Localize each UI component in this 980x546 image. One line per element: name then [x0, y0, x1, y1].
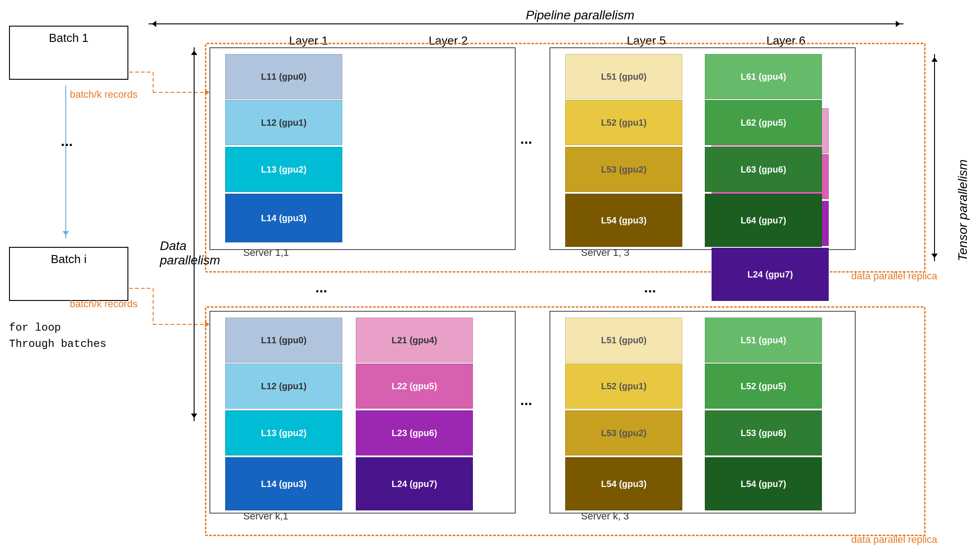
batch1-label: Batch 1 — [49, 31, 88, 45]
l64-gpu7: L64 (gpu7) — [705, 194, 822, 247]
l13-gpu2: L13 (gpu2) — [225, 147, 342, 192]
server-top-left-label: Server 1,1 — [243, 247, 289, 259]
batch1-box: Batch 1 — [9, 26, 128, 80]
dots-mid-left: ... — [315, 279, 327, 296]
l52-gpu5-bot: L52 (gpu5) — [705, 364, 822, 409]
l23-gpu6-bot: L23 (gpu6) — [356, 410, 473, 455]
l52-gpu1-bot: L52 (gpu1) — [565, 364, 682, 409]
l51-gpu4-bot: L51 (gpu4) — [705, 318, 822, 363]
batchi-box: Batch i — [9, 247, 128, 301]
l53-gpu2-bot: L53 (gpu2) — [565, 410, 682, 455]
l12-gpu1: L12 (gpu1) — [225, 100, 342, 145]
data-parallel-label: Data parallelism — [160, 239, 220, 268]
batchi-label: Batch i — [51, 252, 87, 266]
l61-gpu4: L61 (gpu4) — [705, 54, 822, 99]
l14-gpu3: L14 (gpu3) — [225, 194, 342, 242]
layer1-gpu-stack-top: L11 (gpu0) L12 (gpu1) L13 (gpu2) L14 (gp… — [225, 54, 342, 243]
l11-gpu0-bot: L11 (gpu0) — [225, 318, 342, 363]
layer2-gpu-stack-top: L21 (gpu4) L22 (gpu5) L23 (gpu6) L24 (gp… — [356, 54, 473, 243]
l24-gpu7: L24 (gpu7) — [712, 248, 829, 301]
for-loop-line2: Through batches — [9, 336, 106, 352]
l12-gpu1-bot: L12 (gpu1) — [225, 364, 342, 409]
server-top-right-label: Server 1, 3 — [581, 247, 630, 259]
l14-gpu3-bot: L14 (gpu3) — [225, 457, 342, 510]
pipeline-label: Pipeline parallelism — [270, 8, 890, 23]
top-data-parallel-replica: data parallel replica — [851, 270, 937, 282]
tensor-arrow — [934, 54, 935, 261]
dots-mid-right: ... — [644, 279, 656, 296]
batch-k-records-top: batch/k records — [70, 88, 137, 102]
tensor-label: Tensor parallelism — [956, 54, 970, 261]
l54-gpu7-bot: L54 (gpu7) — [705, 457, 822, 510]
server-bot-right-label: Server k, 3 — [581, 510, 629, 522]
l21-gpu4-bot: L21 (gpu4) — [356, 318, 473, 363]
l63-gpu6: L63 (gpu6) — [705, 147, 822, 192]
pipeline-arrow — [149, 23, 903, 24]
batch-k-records-bottom: batch/k records — [70, 297, 137, 311]
for-loop-line1: for loop — [9, 320, 106, 336]
l53-gpu6-bot: L53 (gpu6) — [705, 410, 822, 455]
data-parallel-arrow — [194, 47, 195, 421]
l54-gpu3-top: L54 (gpu3) — [565, 194, 682, 247]
l51-gpu0-top: L51 (gpu0) — [565, 54, 682, 99]
l54-gpu3-bot: L54 (gpu3) — [565, 457, 682, 510]
batch-arrow — [65, 86, 66, 239]
diagram: Pipeline parallelism Batch 1 ... Batch i… — [0, 0, 980, 546]
l51-gpu0-bot: L51 (gpu0) — [565, 318, 682, 363]
l13-gpu2-bot: L13 (gpu2) — [225, 410, 342, 455]
l24-gpu7-bot: L24 (gpu7) — [356, 457, 473, 510]
dots-between-batches: ... — [61, 133, 73, 150]
l62-gpu5: L62 (gpu5) — [705, 100, 822, 145]
dots-top-middle: ... — [520, 131, 532, 147]
for-loop-text: for loop Through batches — [9, 320, 106, 352]
l11-gpu0: L11 (gpu0) — [225, 54, 342, 99]
bottom-data-parallel-replica: data parallel replica — [851, 534, 937, 546]
dots-bottom-middle: ... — [520, 392, 532, 409]
l52-gpu1-top: L52 (gpu1) — [565, 100, 682, 145]
server-bot-left-label: Server k,1 — [243, 510, 288, 522]
l22-gpu5-bot: L22 (gpu5) — [356, 364, 473, 409]
l53-gpu2-top: L53 (gpu2) — [565, 147, 682, 192]
